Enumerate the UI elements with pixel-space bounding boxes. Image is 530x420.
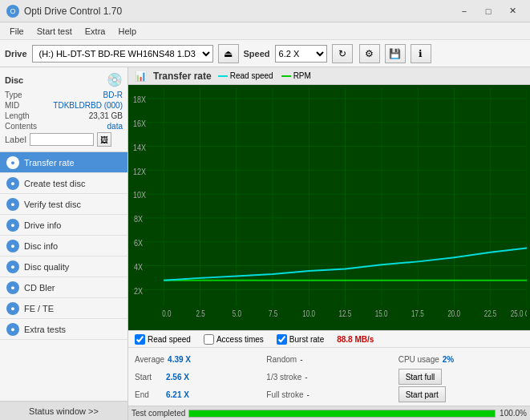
nav-transfer-rate-label: Transfer rate [24,158,75,168]
average-row: Average 4.39 X [135,351,260,367]
speed-select[interactable]: 6.2 X [275,45,327,63]
label-input[interactable] [30,133,94,146]
read-speed-checkbox[interactable] [135,334,145,345]
menu-bar: File Start test Extra Help [0,22,530,40]
full-stroke-row: Full stroke - [266,386,391,402]
info-button[interactable]: ℹ [411,44,431,63]
cd-bler-icon: ● [6,281,19,294]
save-button[interactable]: 💾 [385,44,406,63]
svg-text:2.5: 2.5 [196,309,204,318]
drive-label: Drive [5,49,27,59]
title-bar: O Opti Drive Control 1.70 − □ ✕ [0,0,530,22]
svg-text:7.5: 7.5 [269,309,277,318]
burst-rate-checkbox[interactable] [277,334,287,345]
status-window-button[interactable]: Status window >> [0,401,127,420]
chart-legend: Read speed RPM [218,71,311,80]
nav-fe-te-label: FE / TE [24,304,54,313]
access-times-checkbox[interactable] [204,334,214,345]
chart-icon: 📊 [135,71,147,82]
menu-start-test[interactable]: Start test [30,25,79,38]
close-button[interactable]: ✕ [501,3,524,19]
progress-fill [189,410,495,417]
nav-extra-tests[interactable]: ● Extra tests [0,319,127,340]
stats-grid: Average 4.39 X Random - CPU usage 2% Sta… [135,351,524,402]
menu-file[interactable]: File [3,25,30,38]
mid-value: TDKBLDRBD (000) [53,101,123,110]
refresh-button[interactable]: ↻ [332,44,353,63]
disc-panel: Disc 💿 Type BD-R MID TDKBLDRBD (000) Len… [0,67,127,152]
toolbar: Drive (H:) HL-DT-ST BD-RE WH16NS48 1.D3 … [0,40,530,67]
nav-drive-info[interactable]: ● Drive info [0,215,127,236]
settings-button[interactable]: ⚙ [359,44,380,63]
nav-cd-bler[interactable]: ● CD Bler [0,277,127,298]
nav-cd-bler-label: CD Bler [24,283,55,293]
nav-disc-info[interactable]: ● Disc info [0,236,127,256]
eject-button[interactable]: ⏏ [218,44,239,63]
window-controls: − □ ✕ [453,3,524,19]
start-full-button[interactable]: Start full [399,369,443,385]
menu-extra[interactable]: Extra [79,25,112,38]
legend-rpm-dot [281,75,291,77]
start-label: Start [135,373,163,382]
svg-text:12.5: 12.5 [339,309,352,318]
svg-text:20.0: 20.0 [447,309,460,318]
label-icon-button[interactable]: 🖼 [97,132,111,147]
start-row: Start 2.56 X [135,369,260,385]
average-value: 4.39 X [168,355,196,364]
status-text: Test completed [131,409,185,418]
nav-fe-te[interactable]: ● FE / TE [0,298,127,319]
progress-bar: Test completed 100.0% [128,406,530,420]
chart-container: 18X 16X 14X 12X 10X 8X 6X 4X 2X 0.0 2.5 … [128,85,530,330]
minimize-button[interactable]: − [453,3,475,19]
nav-disc-quality[interactable]: ● Disc quality [0,256,127,277]
read-speed-checkbox-text: Read speed [148,335,191,344]
svg-text:14X: 14X [133,143,146,152]
stats-panel: Average 4.39 X Random - CPU usage 2% Sta… [128,348,530,406]
maximize-button[interactable]: □ [477,3,500,19]
cpu-usage-row: CPU usage 2% [399,351,524,367]
label-label: Label [5,135,26,144]
nav-verify-test-disc-label: Verify test disc [24,200,81,209]
full-stroke-label: Full stroke [266,390,303,399]
stroke-1-3-label: 1/3 stroke [266,373,301,382]
nav-disc-quality-label: Disc quality [24,262,69,272]
chart-svg: 18X 16X 14X 12X 10X 8X 6X 4X 2X 0.0 2.5 … [131,88,527,327]
svg-text:10X: 10X [133,190,146,200]
start-value: 2.56 X [166,373,194,382]
contents-value: data [107,122,123,131]
nav-create-test-disc[interactable]: ● Create test disc [0,173,127,194]
extra-tests-icon: ● [6,323,19,336]
progress-percent: 100.0% [499,409,527,418]
burst-rate-value: 88.8 MB/s [337,335,374,344]
nav-transfer-rate[interactable]: ● Transfer rate [0,152,127,173]
read-speed-checkbox-label[interactable]: Read speed [135,334,191,345]
progress-track [188,410,496,418]
length-label: Length [5,111,30,120]
legend-read-speed: Read speed [218,71,273,80]
end-value: 6.21 X [166,390,194,399]
chart-controls: Read speed Access times Burst rate 88.8 … [128,330,530,348]
start-part-button[interactable]: Start part [399,386,446,402]
disc-section-title: Disc [5,75,23,85]
drive-select[interactable]: (H:) HL-DT-ST BD-RE WH16NS48 1.D3 [32,45,213,63]
svg-text:12X: 12X [133,166,146,176]
status-window-label: Status window >> [29,406,99,416]
drive-info-icon: ● [6,219,19,232]
disc-icon: 💿 [107,72,123,87]
svg-text:5.0: 5.0 [233,309,241,318]
burst-rate-checkbox-label[interactable]: Burst rate [277,334,324,345]
app-icon: O [6,5,19,18]
svg-text:2X: 2X [134,285,143,295]
end-row: End 6.21 X [135,386,260,402]
transfer-rate-icon: ● [6,156,19,169]
random-value: - [300,355,302,364]
nav-verify-test-disc[interactable]: ● Verify test disc [0,194,127,215]
nav-extra-tests-label: Extra tests [24,325,66,334]
nav-drive-info-label: Drive info [24,220,61,230]
nav-create-test-disc-label: Create test disc [24,179,85,188]
contents-label: Contents [5,122,37,131]
access-times-checkbox-label[interactable]: Access times [204,334,264,345]
menu-help[interactable]: Help [111,25,143,38]
disc-quality-icon: ● [6,260,19,273]
start-full-row: Start full [399,369,524,385]
